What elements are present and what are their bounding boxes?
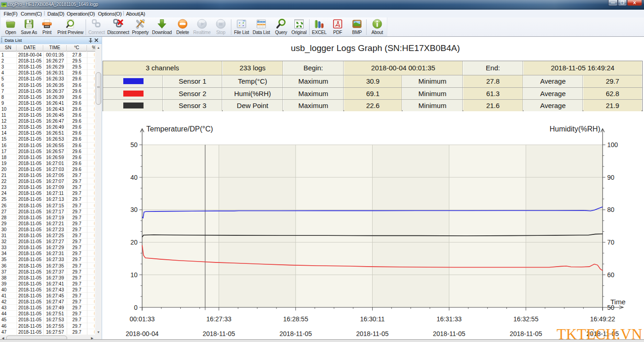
svg-text:40: 40 xyxy=(130,174,138,181)
svg-text:90: 90 xyxy=(607,174,615,181)
svg-text:2018-11-05: 2018-11-05 xyxy=(279,330,312,337)
svg-text:16:28:55: 16:28:55 xyxy=(283,315,308,323)
svg-text:16:27:33: 16:27:33 xyxy=(207,315,232,323)
svg-text:00:01:33: 00:01:33 xyxy=(130,315,155,323)
svg-text:2018-11-05: 2018-11-05 xyxy=(510,330,542,337)
svg-text:16:32:55: 16:32:55 xyxy=(513,315,539,323)
svg-text:16:49:22: 16:49:22 xyxy=(590,315,615,323)
svg-text:50: 50 xyxy=(130,141,138,148)
svg-text:60: 60 xyxy=(607,271,615,279)
svg-text:16:31:33: 16:31:33 xyxy=(437,315,462,323)
svg-text:2018-00-04: 2018-00-04 xyxy=(126,330,159,337)
svg-text:16:30:11: 16:30:11 xyxy=(360,315,385,323)
svg-text:2018-11-05: 2018-11-05 xyxy=(203,330,236,337)
svg-text:70: 70 xyxy=(607,239,615,246)
svg-text:Temperature/DP(°C): Temperature/DP(°C) xyxy=(146,125,213,133)
svg-text:0: 0 xyxy=(134,304,138,311)
svg-text:100: 100 xyxy=(607,141,618,148)
svg-text:Time: Time xyxy=(610,298,626,306)
svg-text:Humidity(%RH): Humidity(%RH) xyxy=(550,125,600,133)
svg-text:log: log xyxy=(2,4,6,6)
svg-text:30: 30 xyxy=(130,206,138,213)
svg-text:20: 20 xyxy=(130,239,138,246)
svg-text:2018-11-05: 2018-11-05 xyxy=(356,330,389,337)
svg-text:10: 10 xyxy=(130,271,138,279)
svg-text:2018-11-05: 2018-11-05 xyxy=(433,330,466,337)
svg-text:80: 80 xyxy=(607,206,615,213)
